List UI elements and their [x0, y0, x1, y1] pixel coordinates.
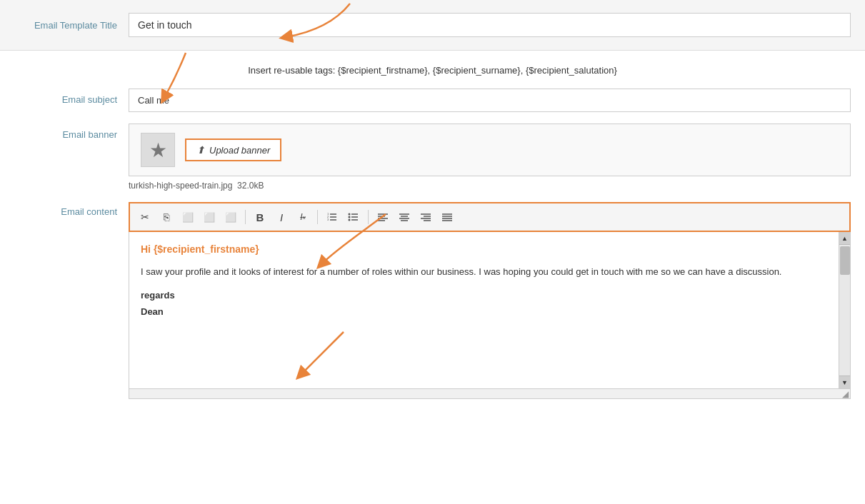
tags-info: Insert re-usable tags: {$recipient_first…	[14, 65, 851, 76]
content-label: Email content	[14, 202, 129, 217]
align-center-button[interactable]	[395, 208, 414, 226]
editor-regards: regards	[141, 290, 824, 301]
banner-row: Email banner ★ ⬆ Upload banner turkish-h…	[14, 124, 851, 191]
editor-toolbar: ✂ ⎘ ⬜ ⬜ ⬜ B I Ix 123	[129, 202, 851, 232]
scrollbar[interactable]: ▲ ▼	[839, 232, 850, 388]
svg-point-9	[349, 213, 351, 216]
content-field: ✂ ⎘ ⬜ ⬜ ⬜ B I Ix 123	[129, 202, 851, 399]
title-label: Email Template Title	[14, 20, 129, 31]
align-right-button[interactable]	[416, 208, 435, 226]
editor-resize[interactable]: ◢	[129, 389, 851, 399]
align-left-button[interactable]	[374, 208, 392, 226]
copy-button[interactable]: ⎘	[157, 208, 176, 226]
paste3-button[interactable]: ⬜	[221, 208, 240, 226]
cut-button[interactable]: ✂	[136, 208, 154, 226]
italic-button[interactable]: I	[272, 208, 291, 226]
upload-icon: ⬆	[196, 144, 205, 156]
subject-row: Email subject	[14, 89, 851, 112]
arrow-regards	[272, 318, 379, 389]
svg-point-10	[349, 216, 351, 218]
justify-button[interactable]	[438, 208, 456, 226]
strikethrough-button[interactable]: Ix	[294, 208, 312, 226]
editor-greeting: Hi {$recipient_firstname}	[141, 243, 824, 255]
subject-field	[129, 89, 851, 112]
toolbar-sep3	[368, 210, 369, 224]
subject-label: Email subject	[14, 89, 129, 105]
editor-content-inner: Hi {$recipient_firstname} I saw your pro…	[141, 243, 839, 317]
file-name: turkish-high-speed-train.jpg	[129, 181, 232, 191]
bold-button[interactable]: B	[251, 208, 269, 226]
banner-field: ★ ⬆ Upload banner turkish-high-speed-tra…	[129, 124, 851, 191]
banner-icon: ★	[141, 133, 175, 167]
top-section: Email Template Title	[0, 0, 865, 51]
banner-box: ★ ⬆ Upload banner	[129, 124, 851, 176]
unordered-list-button[interactable]	[344, 208, 363, 226]
subject-input[interactable]	[129, 89, 851, 112]
title-input[interactable]	[129, 13, 851, 37]
file-info: turkish-high-speed-train.jpg 32.0kB	[129, 181, 851, 191]
upload-banner-label: Upload banner	[209, 145, 270, 156]
scroll-thumb[interactable]	[840, 246, 850, 275]
file-size: 32.0kB	[237, 181, 264, 191]
editor-name: Dean	[141, 306, 824, 317]
scroll-down-button[interactable]: ▼	[839, 376, 850, 388]
editor-body: I saw your profile and it looks of inter…	[141, 265, 824, 280]
toolbar-sep2	[317, 210, 318, 224]
resize-icon: ◢	[842, 389, 849, 399]
paste-button[interactable]: ⬜	[179, 208, 197, 226]
upload-banner-button[interactable]: ⬆ Upload banner	[185, 138, 281, 161]
paste2-button[interactable]: ⬜	[200, 208, 219, 226]
content-row: Email content ✂ ⎘ ⬜ ⬜ ⬜ B I Ix 123	[14, 202, 851, 399]
ordered-list-button[interactable]: 123	[323, 208, 341, 226]
scroll-up-button[interactable]: ▲	[839, 232, 850, 245]
svg-text:3: 3	[327, 218, 329, 221]
editor-content[interactable]: Hi {$recipient_firstname} I saw your pro…	[129, 232, 851, 389]
svg-point-11	[349, 219, 351, 221]
toolbar-sep1	[245, 210, 246, 224]
main-section: Insert re-usable tags: {$recipient_first…	[0, 51, 865, 425]
banner-label: Email banner	[14, 124, 129, 140]
